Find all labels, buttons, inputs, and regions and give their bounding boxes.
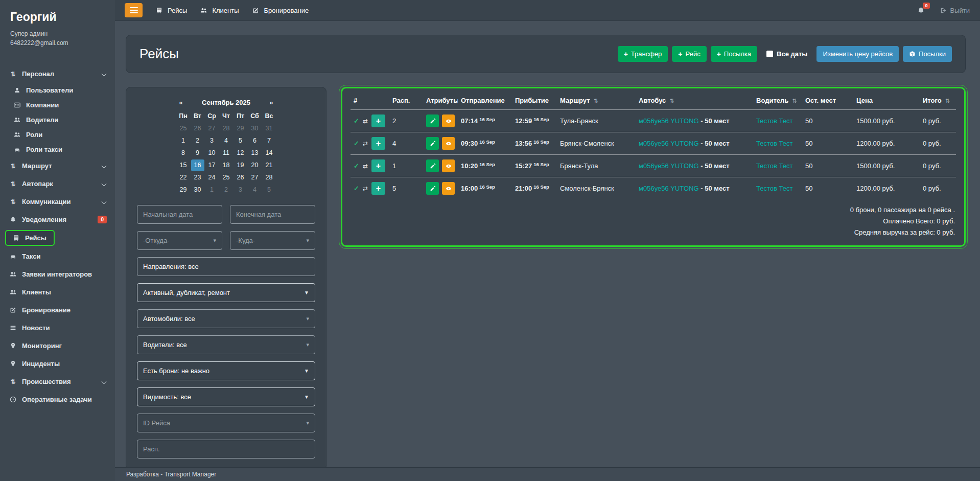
view-trip-button[interactable] [442,182,455,195]
directions-field[interactable]: Направления: все [137,257,315,276]
sidebar-item-fleet[interactable]: ⇅ Автопарк [0,175,115,193]
calendar-day[interactable]: 2 [220,184,233,196]
calendar-day[interactable]: 15 [177,159,190,171]
calendar-day[interactable]: 19 [234,159,247,171]
calendar-day[interactable]: 9 [191,147,204,159]
calendar-day[interactable]: 31 [263,123,276,134]
calendar-day[interactable]: 29 [234,123,247,134]
sidebar-item-clients[interactable]: Клиенты [0,283,115,301]
repeat-icon[interactable]: ⇄ [363,163,368,170]
bus-link[interactable]: м056уе56 YUTONG [639,140,699,147]
calendar-day[interactable]: 4 [220,135,233,147]
calendar-day[interactable]: 8 [177,147,190,159]
calendar-day[interactable]: 27 [205,123,219,134]
sidebar-item-communications[interactable]: ⇅ Коммуникации [0,193,115,211]
calendar-day[interactable]: 1 [205,184,219,196]
nav-clients[interactable]: Клиенты [199,7,239,14]
trip-id-select[interactable]: ID Рейса ▾ [137,414,315,432]
column-header[interactable]: Водитель⇅ [753,90,802,110]
sidebar-item-news[interactable]: Новости [0,319,115,337]
sidebar-item-operational-tasks[interactable]: Оперативные задачи [0,391,115,408]
calendar-day[interactable]: 28 [263,172,276,184]
sidebar-item-drivers[interactable]: Водители [0,112,115,127]
edit-trip-button[interactable] [426,159,439,172]
calendar-day[interactable]: 4 [248,184,262,196]
calendar-day[interactable]: 14 [263,147,276,159]
calendar-day[interactable]: 1 [177,135,190,147]
end-date-input[interactable] [230,205,315,224]
nav-booking[interactable]: Бронирование [251,7,309,14]
parcels-button[interactable]: Посылки [903,46,952,62]
all-dates-checkbox[interactable]: Все даты [766,50,807,58]
view-trip-button[interactable] [442,159,455,172]
calendar-day[interactable]: 27 [248,172,262,184]
calendar-prev-button[interactable]: « [177,99,185,106]
column-header[interactable]: Маршрут⇅ [557,90,636,110]
calendar-day[interactable]: 2 [191,135,204,147]
sidebar-item-booking[interactable]: Бронирование [0,301,115,319]
sidebar-item-users[interactable]: Пользователи [0,83,115,98]
add-trip-button[interactable]: + Рейс [672,46,706,62]
sidebar-toggle-button[interactable] [125,3,143,17]
status-select[interactable]: Активный, дубликат, ремонт ▼ [137,283,315,302]
sidebar-item-accidents[interactable]: ⇅ Происшествия [0,373,115,391]
visibility-select[interactable]: Видимость: все ▼ [137,387,315,406]
calendar-day[interactable]: 28 [220,123,233,134]
driver-link[interactable]: Тестов Тест [756,162,792,170]
column-header[interactable]: Итого⇅ [920,90,956,110]
to-select[interactable]: -Куда- ▾ [230,231,315,250]
calendar-day[interactable]: 5 [234,135,247,147]
calendar-day[interactable]: 11 [220,147,233,159]
calendar-day[interactable]: 5 [263,184,276,196]
column-header[interactable]: Автобус⇅ [636,90,753,110]
sidebar-item-route[interactable]: ⇅ Маршрут [0,157,115,175]
calendar-day[interactable]: 24 [205,172,219,184]
sidebar-item-integrator-requests[interactable]: Заявки интеграторов [0,265,115,283]
calendar-day[interactable]: 7 [263,135,276,147]
rasp-input[interactable] [137,440,315,459]
change-price-button[interactable]: Изменить цену рейсов [816,46,899,62]
calendar-day[interactable]: 22 [177,172,190,184]
calendar-day[interactable]: 25 [220,172,233,184]
sidebar-item-roles[interactable]: Роли [0,127,115,142]
drivers-select[interactable]: Водители: все ▾ [137,335,315,354]
sidebar-item-personal[interactable]: ⇅ Персонал [0,65,115,83]
add-parcel-button[interactable]: + Посылка [711,46,757,62]
add-sub-trip-button[interactable]: + [371,182,385,195]
add-sub-trip-button[interactable]: + [371,114,385,127]
repeat-icon[interactable]: ⇄ [363,118,368,125]
calendar-day[interactable]: 30 [191,184,204,196]
calendar-day[interactable]: 12 [234,147,247,159]
calendar-day[interactable]: 29 [177,184,190,196]
sidebar-item-notifications[interactable]: Уведомления 0 [0,211,115,228]
from-select[interactable]: -Откуда- ▾ [137,231,222,250]
add-sub-trip-button[interactable]: + [371,159,385,172]
cars-select[interactable]: Автомобили: все ▾ [137,309,315,328]
sidebar-item-trips[interactable]: Рейсы [5,230,55,246]
calendar-day[interactable]: 16 [191,159,204,171]
bus-link[interactable]: м056уе56 YUTONG [639,117,699,125]
view-trip-button[interactable] [442,114,455,127]
calendar-day[interactable]: 6 [248,135,262,147]
repeat-icon[interactable]: ⇄ [363,185,368,192]
all-dates-input[interactable] [766,51,773,57]
sidebar-item-monitoring[interactable]: Мониторинг [0,337,115,355]
add-transfer-button[interactable]: + Трансфер [618,46,668,62]
calendar-day[interactable]: 20 [248,159,262,171]
sidebar-item-incidents[interactable]: Инциденты [0,355,115,373]
calendar-day[interactable]: 10 [205,147,219,159]
calendar-day[interactable]: 30 [248,123,262,134]
sidebar-item-taxi[interactable]: Такси [0,247,115,265]
calendar-next-button[interactable]: » [267,99,275,106]
calendar-day[interactable]: 3 [205,135,219,147]
sidebar-item-companies[interactable]: Компании [0,98,115,112]
calendar-day[interactable]: 18 [220,159,233,171]
edit-trip-button[interactable] [426,114,439,127]
edit-trip-button[interactable] [426,137,439,150]
edit-trip-button[interactable] [426,182,439,195]
calendar-day[interactable]: 25 [177,123,190,134]
calendar-day[interactable]: 13 [248,147,262,159]
bookings-select[interactable]: Есть брони: не важно ▼ [137,361,315,380]
driver-link[interactable]: Тестов Тест [756,185,792,192]
calendar-day[interactable]: 23 [191,172,204,184]
